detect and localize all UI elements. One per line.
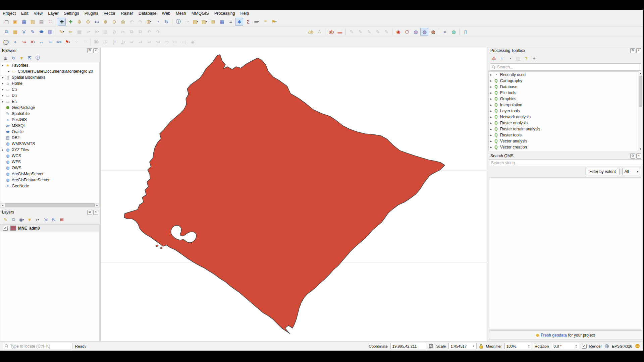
toolbox-cartography[interactable]: ▸ Q Cartography — [489, 78, 642, 84]
montenegro-polygon[interactable] — [124, 55, 445, 334]
qms-search-input[interactable]: Search string... — [489, 159, 642, 166]
expander-icon[interactable]: ▸ — [489, 73, 493, 76]
menu-view[interactable]: View — [31, 10, 45, 16]
browser-item-wms[interactable]: ◍ WMS/WMTS — [0, 141, 99, 147]
snap-distance-button[interactable]: ⌁▾ — [136, 38, 144, 46]
label-pin-button[interactable]: ab — [327, 28, 335, 36]
zoom-to-layer-button[interactable]: ◎ — [119, 18, 127, 26]
filter-by-expression-button[interactable]: ε▾ — [34, 216, 41, 223]
magnifier-spinbox[interactable]: 100%▲▼ — [504, 343, 532, 349]
expander-icon[interactable]: ▸ — [0, 88, 5, 91]
processing-close-button[interactable]: × — [636, 48, 641, 53]
browser-collapse-all-button[interactable]: ⇱ — [26, 54, 33, 62]
locator-search-input[interactable]: Type to locate (Ctrl+K) — [3, 343, 72, 349]
filter-by-extent-button[interactable]: Filter by extent — [586, 168, 620, 175]
zoom-full-button[interactable]: ⊛ — [101, 18, 109, 26]
label-tool-2-button[interactable]: ✎ — [356, 28, 364, 36]
browser-item-c-drive[interactable]: ▸ ▭ C:\ — [0, 86, 99, 93]
toolbox-recently-used[interactable]: ▸ ◔ Recently used — [489, 72, 642, 78]
expander-icon[interactable]: ▸ — [489, 79, 493, 82]
zoom-out-button[interactable]: ⊖ — [84, 18, 92, 26]
expander-icon[interactable]: ▸ — [6, 70, 11, 73]
expander-icon[interactable]: ▸ — [489, 91, 493, 95]
cad-float-button[interactable]: ◈ — [189, 38, 197, 46]
add-vector-layer-button[interactable]: ⧉ — [2, 28, 10, 36]
zoom-in-button[interactable]: ⊕ — [75, 18, 83, 26]
field-calculator-button[interactable]: ≡ — [226, 18, 234, 26]
menu-mesh[interactable]: Mesh — [173, 10, 189, 16]
zoom-next-button[interactable]: ↷ — [136, 18, 144, 26]
scroll-right-icon[interactable]: ▸ — [95, 203, 99, 207]
browser-item-favorite-path[interactable]: ▸ ▭ C:\Users\Jane\Documents\Montenegro 2… — [0, 68, 99, 74]
expander-icon[interactable]: ▸ — [0, 94, 5, 97]
identify-features-button[interactable]: ⓘ — [174, 18, 182, 26]
collapse-all-button[interactable]: ⇱ — [50, 216, 57, 223]
expander-icon[interactable]: ▸ — [489, 145, 493, 149]
menu-vector[interactable]: Vector — [101, 10, 118, 16]
expander-icon[interactable]: ▸ — [489, 127, 493, 131]
current-edits-button[interactable]: ✎▾ — [58, 28, 66, 36]
processing-log-button[interactable]: ▤ — [514, 55, 522, 62]
zoom-native-button[interactable]: 1:1 — [93, 18, 101, 26]
zoom-to-selection-button[interactable]: ⊙ — [110, 18, 118, 26]
digitize-button[interactable]: ⌁▾ — [84, 28, 92, 36]
toolbox-vector-creation[interactable]: ▸ Q Vector creation — [489, 144, 642, 150]
browser-properties-button[interactable]: ⓘ — [34, 54, 41, 62]
menu-settings[interactable]: Settings — [61, 10, 82, 16]
processing-model-button[interactable]: ⁂ — [490, 55, 497, 62]
copy-features-button[interactable]: ⧉ — [127, 28, 136, 36]
metasearch-active-button[interactable]: ◍ — [420, 28, 428, 36]
save-project-as-button[interactable]: ▧ — [29, 18, 37, 26]
toolbox-graphics[interactable]: ▸ Q Graphics — [489, 96, 642, 102]
paste-features-button[interactable]: ⧉ — [136, 28, 144, 36]
browser-item-spatial-bookmarks[interactable]: ▸ ▯ Spatial Bookmarks — [0, 74, 99, 80]
scroll-thumb[interactable] — [639, 76, 642, 107]
qms-results-area[interactable] — [489, 177, 642, 330]
map-canvas[interactable] — [100, 47, 487, 341]
save-project-button[interactable]: ▦ — [20, 18, 28, 26]
menu-plugins[interactable]: Plugins — [82, 10, 101, 16]
browser-item-ows[interactable]: ◍ OWS — [0, 165, 99, 171]
menu-processing[interactable]: Processing — [212, 10, 238, 16]
expander-icon[interactable]: ▸ — [489, 121, 493, 125]
add-circular-string-button[interactable]: ↝ — [20, 38, 28, 46]
processing-python-button[interactable]: ≈ — [498, 55, 505, 62]
manage-map-themes-button[interactable]: ◉▾ — [18, 216, 25, 223]
remove-layer-button[interactable]: ⊠ — [58, 216, 65, 223]
qms-float-button[interactable]: ⧉ — [630, 154, 635, 159]
browser-item-spatialite[interactable]: ✎ SpatiaLite — [0, 111, 99, 117]
select-by-value-button[interactable]: ◌▾ — [183, 18, 191, 26]
vertex-tool-button[interactable]: ✕▾ — [93, 28, 101, 36]
layer-labeling-button[interactable]: ∴ — [315, 28, 323, 36]
menu-help[interactable]: Help — [238, 10, 252, 16]
layers-close-button[interactable]: × — [93, 210, 98, 215]
pan-map-button[interactable]: ✚ — [58, 18, 66, 26]
toolbox-network-analysis[interactable]: ▸ Q Network analysis — [489, 114, 642, 120]
label-highlight-button[interactable]: ▬ — [336, 28, 344, 36]
perpendicular-button[interactable]: ⊥▾ — [119, 38, 127, 46]
expand-all-button[interactable]: ⇲ — [42, 216, 49, 223]
expander-icon[interactable]: ▾ — [0, 64, 5, 67]
rotation-spinbox[interactable]: 0.0 °▲▼ — [552, 343, 579, 349]
lock-icon[interactable] — [479, 344, 483, 349]
project-properties-button[interactable]: ∷ — [46, 18, 54, 26]
browser-item-mssql[interactable]: ≫ MSSQL — [0, 123, 99, 129]
browser-item-xyz-tiles[interactable]: ▸ ◍ XYZ Tiles — [0, 147, 99, 153]
new-bookmark-button[interactable]: ⚑▾ — [270, 18, 278, 26]
add-mesh-layer-button[interactable]: V — [20, 28, 28, 36]
osm-hex-button[interactable]: ⬡ — [403, 28, 411, 36]
toggle-editing-button[interactable]: ✏ — [66, 28, 74, 36]
select-features-button[interactable]: ▧▾ — [192, 18, 200, 26]
crs-globe-icon[interactable] — [604, 344, 609, 349]
menu-edit[interactable]: Edit — [18, 10, 31, 16]
delete-selected-button[interactable]: ⊘ — [110, 28, 118, 36]
toolbox-interpolation[interactable]: ▸ Q Interpolation — [489, 102, 642, 108]
osm-place-search-button[interactable]: ◉ — [394, 28, 402, 36]
snap-x-button[interactable]: ⌁▾ — [145, 38, 153, 46]
toolbox-database[interactable]: ▸ Q Database — [489, 84, 642, 90]
new-print-layout-button[interactable]: ▤ — [37, 18, 45, 26]
browser-filter-button[interactable]: ▼ — [18, 54, 25, 62]
temporal-controller-button[interactable]: ◔ — [154, 18, 162, 26]
toolbox-file-tools[interactable]: ▸ Q File tools — [489, 90, 642, 96]
python-console-button[interactable]: ≈ — [441, 28, 449, 36]
